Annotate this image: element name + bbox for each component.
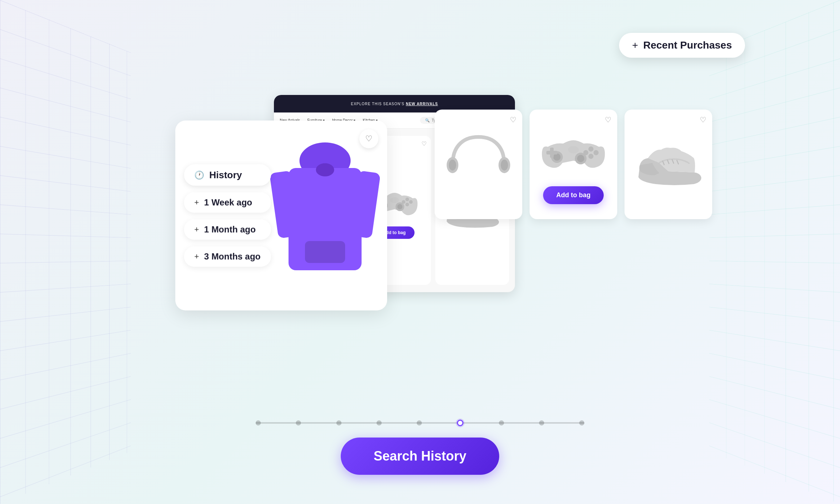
history-title-chip[interactable]: 🕐 History [184, 164, 271, 186]
controller-heart-icon[interactable]: ♡ [421, 140, 427, 147]
svg-point-41 [588, 154, 593, 159]
months-plus-icon: + [194, 252, 199, 261]
progress-dot-9[interactable] [579, 420, 584, 425]
week-plus-icon: + [194, 198, 199, 207]
add-to-bag-main-button[interactable]: Add to bag [543, 186, 604, 204]
svg-rect-4 [305, 241, 345, 263]
center-area: ♡ 🕐 History + 1 Week ago + 1 Month ago [146, 88, 694, 416]
floating-products: ♡ ♡ [435, 110, 712, 219]
svg-point-42 [583, 150, 588, 155]
svg-point-43 [568, 146, 579, 153]
progress-dot-5[interactable] [417, 420, 422, 425]
history-chip-months[interactable]: + 3 Months ago [184, 247, 271, 267]
week-label: 1 Week ago [204, 198, 252, 208]
large-controller-svg [537, 125, 610, 183]
svg-point-39 [588, 146, 593, 152]
promo-text: EXPLORE THIS SEASON'S NEW ARRIVALS [351, 102, 438, 106]
progress-bar-area [256, 422, 584, 424]
progress-dot-6-active[interactable] [457, 420, 463, 426]
hoodie-svg [270, 131, 380, 299]
history-chip-week[interactable]: + 1 Week ago [184, 192, 271, 213]
svg-point-18 [405, 198, 409, 201]
svg-point-15 [397, 204, 402, 209]
svg-point-19 [409, 200, 413, 204]
progress-dot-3[interactable] [336, 420, 341, 425]
recent-purchases-plus-icon: + [632, 39, 638, 51]
main-container: + Recent Purchases [0, 0, 840, 504]
large-sneaker-heart[interactable]: ♡ [700, 115, 706, 124]
hoodie-heart-button[interactable]: ♡ [359, 129, 378, 148]
large-headphones-card[interactable]: ♡ [435, 110, 522, 219]
search-icon: 🔍 [425, 118, 429, 122]
svg-rect-38 [546, 151, 557, 154]
progress-dots [256, 420, 584, 426]
progress-dot-7[interactable] [499, 420, 504, 425]
svg-point-21 [402, 200, 405, 204]
progress-dot-4[interactable] [377, 420, 382, 425]
svg-point-40 [593, 150, 599, 155]
svg-point-5 [316, 163, 334, 176]
progress-dot-8[interactable] [539, 420, 544, 425]
month-plus-icon: + [194, 225, 199, 234]
history-panel: ♡ 🕐 History + 1 Week ago + 1 Month ago [175, 121, 387, 310]
recent-purchases-label: Recent Purchases [643, 39, 732, 51]
progress-dot-1[interactable] [256, 420, 261, 425]
hoodie-image [267, 124, 383, 307]
search-history-button[interactable]: Search History [341, 438, 499, 475]
svg-point-31 [449, 160, 456, 171]
large-headphones-heart[interactable]: ♡ [510, 115, 516, 124]
large-sneaker-svg [632, 135, 705, 194]
progress-dot-2[interactable] [296, 420, 301, 425]
month-label: 1 Month ago [204, 225, 256, 235]
months-label: 3 Months ago [204, 252, 261, 262]
history-items: 🕐 History + 1 Week ago + 1 Month ago + 3… [184, 164, 271, 267]
large-headphones-svg [446, 128, 511, 201]
svg-point-22 [390, 197, 399, 203]
history-chip-month[interactable]: + 1 Month ago [184, 219, 271, 240]
large-controller-heart[interactable]: ♡ [605, 115, 611, 124]
history-title: History [209, 169, 242, 181]
recent-purchases-badge[interactable]: + Recent Purchases [619, 33, 745, 58]
svg-point-32 [501, 160, 508, 171]
promo-link[interactable]: NEW ARRIVALS [406, 102, 438, 106]
clock-icon: 🕐 [194, 170, 204, 180]
large-sneaker-card[interactable]: ♡ [625, 110, 712, 219]
svg-point-20 [405, 203, 409, 206]
progress-track [256, 422, 584, 424]
svg-point-36 [577, 155, 584, 162]
large-controller-card[interactable]: ♡ Add to bag [530, 110, 617, 219]
